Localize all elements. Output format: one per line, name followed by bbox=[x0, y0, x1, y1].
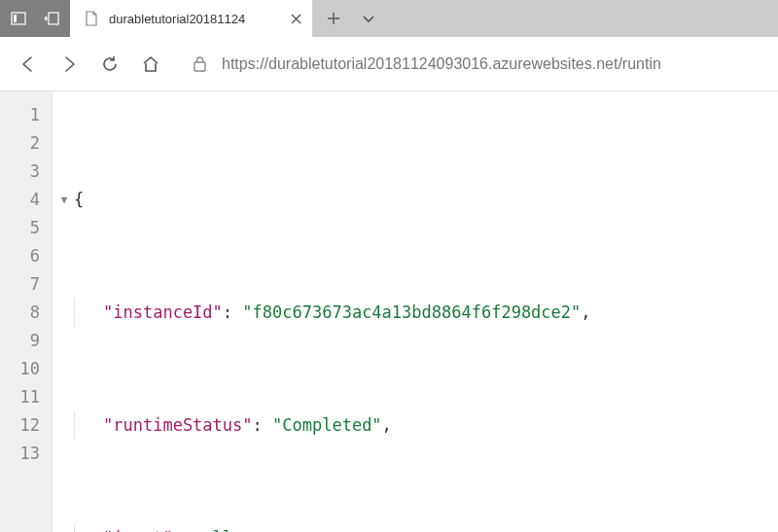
forward-icon[interactable] bbox=[58, 53, 80, 75]
svg-rect-3 bbox=[194, 62, 205, 71]
address-bar[interactable]: https://durabletutorial20181124093016.az… bbox=[181, 53, 760, 75]
url-text: https://durabletutorial20181124093016.az… bbox=[222, 55, 661, 73]
tab-title: durabletutorial20181124 bbox=[109, 12, 279, 26]
brace-open: { bbox=[74, 186, 84, 214]
navigation-bar: https://durabletutorial20181124093016.az… bbox=[0, 37, 778, 91]
tabs-aside-icon[interactable] bbox=[8, 8, 29, 29]
line-number: 6 bbox=[0, 242, 40, 270]
line-number: 10 bbox=[0, 355, 40, 383]
line-number: 9 bbox=[0, 327, 40, 355]
code-line: "input": null, bbox=[53, 524, 591, 532]
home-icon[interactable] bbox=[140, 53, 161, 75]
line-number: 8 bbox=[0, 299, 40, 327]
line-number: 4 bbox=[0, 186, 40, 214]
fold-toggle-icon[interactable]: ▼ bbox=[56, 186, 72, 214]
page-favicon-icon bbox=[84, 11, 99, 26]
code-line: "runtimeStatus": "Completed", bbox=[53, 411, 591, 440]
line-number: 1 bbox=[0, 101, 40, 129]
line-number: 12 bbox=[0, 411, 40, 440]
new-tab-icon[interactable] bbox=[323, 8, 344, 29]
json-key: "input" bbox=[103, 524, 173, 532]
refresh-icon[interactable] bbox=[99, 53, 121, 75]
json-key: "runtimeStatus" bbox=[103, 411, 253, 440]
code-line: "instanceId": "f80c673673ac4a13bd8864f6f… bbox=[53, 299, 591, 327]
code-area[interactable]: ▼{ "instanceId": "f80c673673ac4a13bd8864… bbox=[53, 91, 591, 532]
line-number: 5 bbox=[0, 214, 40, 242]
line-number: 13 bbox=[0, 440, 40, 468]
browser-tab[interactable]: durabletutorial20181124 bbox=[70, 0, 313, 37]
line-number: 11 bbox=[0, 383, 40, 411]
chevron-down-icon[interactable] bbox=[358, 8, 379, 29]
tab-close-icon[interactable] bbox=[289, 12, 302, 25]
json-value: "Completed" bbox=[272, 411, 382, 440]
lock-icon bbox=[189, 53, 210, 75]
line-number: 2 bbox=[0, 129, 40, 158]
tabstrip-system-buttons bbox=[0, 0, 70, 37]
svg-rect-1 bbox=[14, 15, 17, 22]
line-number: 3 bbox=[0, 158, 40, 186]
line-number: 7 bbox=[0, 270, 40, 299]
tabstrip-actions bbox=[313, 0, 778, 37]
set-aside-icon[interactable] bbox=[41, 8, 62, 29]
json-key: "instanceId" bbox=[103, 299, 223, 327]
json-viewer: 1 2 3 4 5 6 7 8 9 10 11 12 13 ▼{ "instan… bbox=[0, 91, 778, 532]
json-value: null bbox=[193, 524, 232, 532]
svg-rect-2 bbox=[49, 13, 58, 24]
code-line: ▼{ bbox=[53, 186, 591, 214]
tab-strip: durabletutorial20181124 bbox=[0, 0, 778, 37]
line-number-gutter: 1 2 3 4 5 6 7 8 9 10 11 12 13 bbox=[0, 91, 53, 532]
back-icon[interactable] bbox=[18, 53, 39, 75]
json-value: "f80c673673ac4a13bd8864f6f298dce2" bbox=[242, 299, 581, 327]
